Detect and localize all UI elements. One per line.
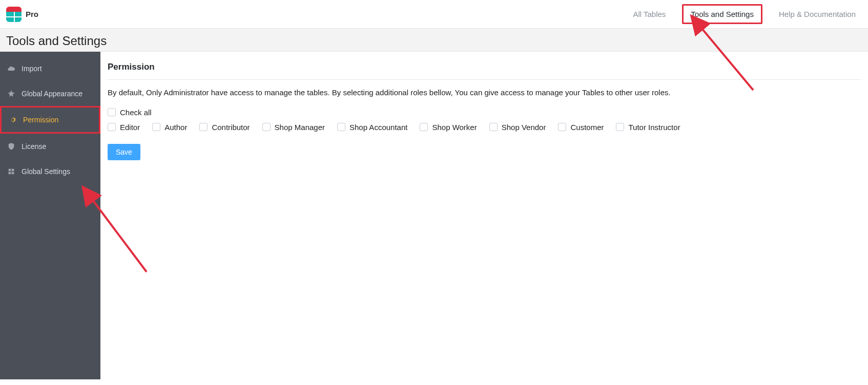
check-all-row: Check all bbox=[108, 108, 861, 117]
check-all-checkbox[interactable] bbox=[108, 108, 116, 116]
brand-title: Pro bbox=[26, 10, 38, 18]
role-contributor[interactable]: Contributor bbox=[199, 123, 250, 132]
topnav-all-tables[interactable]: All Tables bbox=[631, 6, 668, 23]
app-logo-icon bbox=[6, 7, 22, 22]
role-shop-manager[interactable]: Shop Manager bbox=[262, 123, 325, 132]
check-all[interactable]: Check all bbox=[108, 108, 152, 117]
role-author[interactable]: Author bbox=[152, 123, 187, 132]
sidebar-item-import[interactable]: Import bbox=[0, 56, 100, 81]
shield-icon bbox=[7, 142, 15, 151]
sidebar-item-label: Global Appearance bbox=[22, 90, 82, 98]
role-shop-vendor-checkbox[interactable] bbox=[489, 123, 498, 131]
page-title: Tools and Settings bbox=[0, 29, 868, 52]
sidebar-item-global-settings[interactable]: Global Settings bbox=[0, 159, 100, 184]
role-shop-worker[interactable]: Shop Worker bbox=[420, 123, 477, 132]
role-author-checkbox[interactable] bbox=[152, 123, 160, 131]
role-editor-checkbox[interactable] bbox=[108, 123, 116, 131]
role-label: Tutor Instructor bbox=[628, 123, 680, 132]
role-shop-manager-checkbox[interactable] bbox=[262, 123, 271, 131]
save-button[interactable]: Save bbox=[108, 144, 140, 160]
role-label: Contributor bbox=[212, 123, 250, 132]
role-label: Shop Worker bbox=[432, 123, 477, 132]
role-shop-accountant[interactable]: Shop Accountant bbox=[337, 123, 407, 132]
section-title: Permission bbox=[108, 58, 861, 80]
topnav-tools-settings[interactable]: Tools and Settings bbox=[682, 4, 762, 24]
role-shop-worker-checkbox[interactable] bbox=[420, 123, 428, 131]
section-description: By default, Only Administrator have acce… bbox=[108, 87, 861, 99]
roles-row: Editor Author Contributor Shop Manager S… bbox=[108, 123, 861, 132]
role-label: Editor bbox=[120, 123, 140, 132]
sidebar-item-permission[interactable]: Permission bbox=[0, 106, 100, 134]
role-label: Shop Vendor bbox=[502, 123, 546, 132]
role-customer[interactable]: Customer bbox=[558, 123, 604, 132]
topbar: Pro All Tables Tools and Settings Help &… bbox=[0, 0, 868, 29]
sidebar-item-label: Global Settings bbox=[22, 167, 70, 176]
sidebar-item-label: License bbox=[22, 142, 46, 151]
role-label: Author bbox=[164, 123, 187, 132]
role-editor[interactable]: Editor bbox=[108, 123, 140, 132]
sidebar-item-global-appearance[interactable]: Global Appearance bbox=[0, 81, 100, 106]
role-tutor-instructor[interactable]: Tutor Instructor bbox=[616, 123, 680, 132]
main-content: Permission By default, Only Administrato… bbox=[100, 52, 868, 379]
gear-icon bbox=[9, 116, 17, 124]
role-shop-accountant-checkbox[interactable] bbox=[337, 123, 345, 131]
role-contributor-checkbox[interactable] bbox=[199, 123, 208, 131]
svg-line-0 bbox=[93, 200, 147, 272]
sidebar-item-label: Import bbox=[22, 65, 42, 73]
sidebar: Import Global Appearance Permission Lice… bbox=[0, 52, 100, 379]
check-all-label: Check all bbox=[120, 108, 152, 117]
topnav-help-docs[interactable]: Help & Documentation bbox=[777, 6, 858, 23]
role-label: Shop Manager bbox=[275, 123, 325, 132]
role-label: Customer bbox=[570, 123, 604, 132]
star-icon bbox=[7, 90, 15, 98]
top-nav: All Tables Tools and Settings Help & Doc… bbox=[631, 4, 858, 24]
role-customer-checkbox[interactable] bbox=[558, 123, 566, 131]
role-shop-vendor[interactable]: Shop Vendor bbox=[489, 123, 546, 132]
sidebar-item-license[interactable]: License bbox=[0, 134, 100, 159]
role-label: Shop Accountant bbox=[349, 123, 407, 132]
brand: Pro bbox=[6, 7, 38, 22]
cloud-upload-icon bbox=[7, 65, 15, 73]
role-tutor-instructor-checkbox[interactable] bbox=[616, 123, 624, 131]
grid-icon bbox=[7, 167, 15, 176]
sidebar-item-label: Permission bbox=[23, 116, 58, 124]
